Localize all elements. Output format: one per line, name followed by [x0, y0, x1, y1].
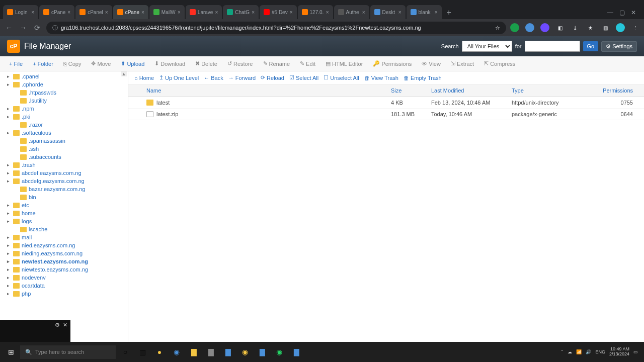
- browser-tab[interactable]: #5 Dev×: [260, 5, 297, 19]
- expand-icon[interactable]: ▸: [7, 243, 12, 248]
- view-button[interactable]: 👁View: [418, 59, 445, 69]
- forward-icon[interactable]: →: [18, 24, 28, 32]
- mail-icon[interactable]: ▇: [220, 344, 235, 359]
- upload-button[interactable]: ⬆Upload: [117, 58, 148, 69]
- whatsapp-icon[interactable]: ◉: [272, 344, 287, 359]
- expand-icon[interactable]: ▸: [7, 235, 12, 240]
- close-icon[interactable]: ×: [215, 10, 218, 15]
- tree-item[interactable]: ▸.softaculous: [0, 129, 128, 137]
- folder-button[interactable]: +Folder: [29, 59, 57, 69]
- permissions-button[interactable]: 🔑Permissions: [369, 58, 416, 69]
- tree-item[interactable]: ▸abcdefg.eazysms.com.ng: [0, 177, 128, 185]
- view-trash-button[interactable]: 🗑View Trash: [364, 74, 398, 81]
- col-size[interactable]: Size: [391, 87, 431, 94]
- extensions-icon[interactable]: ◧: [555, 23, 565, 32]
- browser-tab[interactable]: Authe×: [334, 5, 369, 19]
- folder-tree-sidebar[interactable]: ▲ ▸.cpanel▸.cphorde.htpasswds.lsutility▸…: [0, 71, 128, 342]
- expand-icon[interactable]: ▸: [7, 267, 12, 272]
- search-input[interactable]: [525, 41, 580, 52]
- close-icon[interactable]: ×: [178, 10, 181, 15]
- tree-item[interactable]: .razor: [0, 121, 128, 129]
- browser-tab[interactable]: Deskt×: [370, 5, 406, 19]
- compress-button[interactable]: ⇱Compress: [480, 58, 519, 69]
- tree-item[interactable]: ▸nieding.eazysms.com.ng: [0, 249, 128, 257]
- col-type[interactable]: Type: [512, 87, 587, 94]
- expand-icon[interactable]: ▸: [7, 74, 12, 79]
- menu-icon[interactable]: ⋮: [631, 23, 640, 32]
- close-icon[interactable]: ×: [290, 10, 293, 15]
- browser-tab[interactable]: blank×: [407, 5, 442, 19]
- expand-icon[interactable]: ▸: [7, 275, 12, 280]
- tree-item[interactable]: ▸logs: [0, 217, 128, 225]
- tree-item[interactable]: bazar.eazysms.com.ng: [0, 185, 128, 193]
- nav-forward-button[interactable]: →Forward: [228, 74, 256, 81]
- browser-tab[interactable]: Larave×: [186, 5, 222, 19]
- cortana-icon[interactable]: ○: [118, 344, 133, 359]
- expand-icon[interactable]: ▸: [7, 219, 12, 224]
- col-permissions[interactable]: Permissions: [587, 87, 638, 94]
- notifications-icon[interactable]: ▭: [633, 349, 638, 354]
- file-row[interactable]: latest4 KBFeb 13, 2024, 10:46 AMhttpd/un…: [128, 97, 644, 109]
- minimize-icon[interactable]: —: [607, 9, 613, 16]
- select-all-button[interactable]: ☑Select All: [289, 74, 318, 81]
- close-icon[interactable]: ×: [67, 10, 70, 15]
- extract-button[interactable]: ⇲Extract: [447, 58, 478, 69]
- expand-icon[interactable]: ▸: [7, 114, 12, 119]
- tree-item[interactable]: ▸nied.eazysms.com.ng: [0, 241, 128, 249]
- tree-item[interactable]: .ssh: [0, 145, 128, 153]
- close-icon[interactable]: ✕: [631, 9, 636, 16]
- tree-item[interactable]: lscache: [0, 225, 128, 233]
- search-scope-select[interactable]: All Your Files: [462, 41, 512, 52]
- close-icon[interactable]: ✕: [63, 322, 67, 328]
- empty-trash-button[interactable]: 🗑Empty Trash: [404, 74, 442, 81]
- tree-item[interactable]: ▸ocartdata: [0, 282, 128, 290]
- onedrive-icon[interactable]: ☁: [568, 349, 572, 354]
- browser-tab[interactable]: cPane×: [113, 5, 148, 19]
- html-editor-button[interactable]: ▤HTML Editor: [321, 58, 367, 69]
- tree-item[interactable]: ▸php: [0, 290, 128, 298]
- vscode-icon[interactable]: ▇: [255, 344, 270, 359]
- wifi-icon[interactable]: 📶: [576, 349, 582, 354]
- tree-item[interactable]: .lsutility: [0, 97, 128, 105]
- back-icon[interactable]: ←: [4, 24, 14, 32]
- go-button[interactable]: Go: [583, 41, 599, 51]
- expand-icon[interactable]: ▸: [7, 283, 12, 288]
- profile-icon[interactable]: [616, 23, 625, 32]
- tree-item[interactable]: ▸home: [0, 209, 128, 217]
- reload-icon[interactable]: ⟳: [32, 24, 42, 32]
- expand-icon[interactable]: ▸: [7, 162, 12, 167]
- browser-tab[interactable]: 127.0.×: [298, 5, 333, 19]
- expand-icon[interactable]: ▸: [7, 82, 12, 87]
- tree-item[interactable]: .subaccounts: [0, 153, 128, 161]
- close-icon[interactable]: ×: [326, 10, 329, 15]
- ext-icon[interactable]: [525, 23, 534, 32]
- close-icon[interactable]: ×: [435, 10, 438, 15]
- close-icon[interactable]: ×: [252, 10, 255, 15]
- tree-item[interactable]: ▸newtest.eazysms.com.ng: [0, 257, 128, 265]
- tree-item[interactable]: bin: [0, 193, 128, 201]
- ext-icon[interactable]: [510, 23, 519, 32]
- tree-item[interactable]: ▸.cpanel: [0, 72, 128, 80]
- tree-item[interactable]: ▸mail: [0, 233, 128, 241]
- tree-item[interactable]: ▸etc: [0, 201, 128, 209]
- explorer-icon[interactable]: ▇: [186, 344, 201, 359]
- expand-icon[interactable]: ▸: [7, 170, 12, 175]
- site-info-icon[interactable]: ⓘ: [52, 24, 58, 32]
- expand-icon[interactable]: ▸: [7, 130, 12, 135]
- move-button[interactable]: ✥Move: [87, 58, 115, 69]
- edge-icon[interactable]: ◉: [169, 344, 184, 359]
- volume-icon[interactable]: 🔊: [586, 349, 591, 354]
- close-icon[interactable]: ×: [105, 10, 108, 15]
- tree-item[interactable]: .htpasswds: [0, 88, 128, 97]
- store-icon[interactable]: ▇: [203, 344, 218, 359]
- expand-icon[interactable]: ▸: [7, 211, 12, 216]
- chrome-icon[interactable]: ◉: [237, 344, 253, 359]
- reading-list-icon[interactable]: ▥: [601, 23, 610, 32]
- close-icon[interactable]: ×: [398, 10, 401, 15]
- taskbar-search[interactable]: 🔍 Type here to search: [20, 345, 116, 359]
- restore-button[interactable]: ↺Restore: [223, 58, 257, 69]
- settings-button[interactable]: ⚙ Settings: [601, 41, 637, 52]
- close-icon[interactable]: ×: [31, 10, 34, 15]
- new-tab-button[interactable]: +: [443, 8, 455, 17]
- browser-tab[interactable]: ChatG×: [223, 5, 259, 19]
